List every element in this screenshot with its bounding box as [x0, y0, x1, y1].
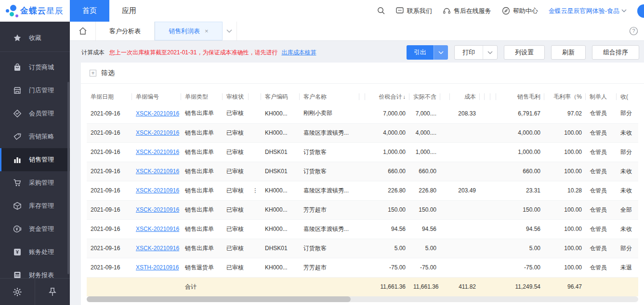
cell-sep5 [490, 181, 496, 200]
col-header-margin[interactable]: 毛利率（% [544, 89, 586, 104]
filter-expand-icon[interactable]: + [90, 70, 96, 76]
bill-number-link[interactable]: XSCK-20210916 [136, 226, 179, 232]
table-row[interactable]: 2021-09-16XSCK-20210916销售出库单已审核KH000...嘉… [87, 123, 638, 142]
total-sep2 [440, 277, 450, 296]
bill-number-link[interactable]: XSCK-20210916 [136, 206, 179, 213]
col-header-total[interactable]: 价税合计↓ [365, 89, 409, 104]
combo-sort-button[interactable]: 组合排序 [592, 45, 639, 60]
tab-list-dropdown[interactable] [223, 22, 237, 40]
bill-number-link[interactable]: XSCK-20210916 [136, 129, 179, 136]
cell-sep5 [490, 239, 496, 258]
cell-actual: 226.80 [409, 181, 440, 200]
table-row[interactable]: 2021-09-16XSCK-20210916销售出库单已审核DHSK01订货散… [87, 239, 638, 258]
cell-type: 销售出库单 [181, 123, 223, 142]
horizontal-scrollbar[interactable] [87, 296, 638, 302]
sort-desc-icon[interactable]: ↓ [403, 94, 406, 100]
cube-icon [13, 202, 22, 210]
after-sales-service-link[interactable]: 售后在线服务 [443, 7, 491, 15]
notice-prefix: 计算成本 [81, 49, 105, 57]
table-row[interactable]: 2021-09-16XSCK-20210916销售出库单已审核KH000...嘉… [87, 219, 638, 239]
tab-home-button[interactable] [70, 22, 96, 40]
col-header-profit[interactable]: 销售毛利 [496, 89, 544, 104]
cell-sep1 [359, 104, 365, 123]
cell-profit: 23.31 [496, 181, 544, 200]
sidebar-item-purchase-mgmt[interactable]: 采购管理 [0, 171, 70, 194]
col-header-status[interactable]: 审核状 [223, 89, 249, 104]
cell-date: 2021-09-16 [87, 200, 132, 219]
bill-number-link[interactable]: XSCK-20210916 [136, 110, 179, 117]
sidebar-item-marketing[interactable]: 营销策略 [0, 125, 70, 148]
print-dropdown-icon[interactable] [483, 46, 497, 59]
col-header-creator[interactable]: 制单人 [586, 89, 617, 104]
col-header-code[interactable]: 客户编码 [261, 89, 300, 104]
cell-sep4 [485, 258, 490, 277]
sidebar-item-favorites[interactable]: 收藏 [0, 25, 70, 51]
sidebar: 收藏 订货商城 门店管理 会员管理 营销策略 销售管理 采购管理 库 [0, 22, 70, 305]
export-split-button[interactable]: 引出 [407, 45, 448, 60]
col-header-type[interactable]: 单据类型 [181, 89, 223, 104]
table-row[interactable]: 2021-09-16XSTH-20210916销售退货单已审核KH000...芳… [87, 258, 638, 277]
pin-icon[interactable] [35, 279, 70, 305]
table-row[interactable]: 2021-09-16XSCK-20210916销售出库单已审核⋮KH000...… [87, 181, 638, 200]
print-button[interactable]: 打印 [455, 46, 483, 59]
table-row[interactable]: 2021-09-16XSCK-20210916销售出库单已审核KH000...刚… [87, 104, 638, 123]
sidebar-item-accounting[interactable]: 账务处理 [0, 241, 70, 264]
export-dropdown-icon[interactable] [434, 45, 448, 60]
cell-sep1 [359, 200, 365, 219]
app-window: 金蝶云星辰 首页 应用 联系我们 售后在线服务 帮助中心 金蝶云星辰官网体验-食… [0, 0, 644, 305]
bill-number-link[interactable]: XSTH-20210916 [136, 264, 179, 271]
col-header-name[interactable]: 客户名称 [300, 89, 359, 104]
cell-status: 已审核 [223, 181, 249, 200]
bill-number-link[interactable]: XSCK-20210916 [136, 187, 179, 194]
cell-cost: 208.33 [450, 104, 480, 123]
cell-code: DHSK01 [261, 239, 300, 258]
tab-sales-profit[interactable]: 销售利润表 × [155, 22, 223, 40]
bar-chart-icon [13, 155, 22, 164]
bill-number-link[interactable]: XSCK-20210916 [136, 168, 179, 175]
col-header-recv[interactable]: 收( [617, 89, 638, 104]
sidebar-item-store-mgmt[interactable]: 门店管理 [0, 79, 70, 102]
tab-close-icon[interactable]: × [205, 27, 209, 35]
cell-date: 2021-09-16 [87, 162, 132, 181]
sidebar-item-member-mgmt[interactable]: 会员管理 [0, 102, 70, 125]
col-header-sep3 [480, 89, 485, 104]
scrollbar-thumb[interactable] [87, 296, 351, 302]
cell-type: 销售出库单 [181, 162, 223, 181]
export-button[interactable]: 引出 [407, 45, 434, 60]
cell-sep2 [440, 239, 450, 258]
settings-gear-icon[interactable] [0, 279, 35, 305]
col-header-actual[interactable]: 实际不含 [409, 89, 440, 104]
contact-us-link[interactable]: 联系我们 [396, 7, 432, 15]
account-menu[interactable]: 金蝶云星辰官网体验-食品 [549, 7, 627, 15]
outbound-cost-accounting-link[interactable]: 出库成本核算 [281, 49, 316, 57]
page-help-button[interactable]: ? [623, 22, 644, 40]
search-icon[interactable] [377, 7, 385, 15]
cell-sep3 [480, 104, 485, 123]
sidebar-item-sales-mgmt[interactable]: 销售管理 [0, 148, 70, 171]
cell-sep2 [440, 200, 450, 219]
column-settings-button[interactable]: 列设置 [504, 45, 545, 60]
cell-margin: 100.00 [544, 162, 586, 181]
avatar[interactable] [637, 4, 644, 18]
help-center-link[interactable]: 帮助中心 [502, 7, 538, 15]
refresh-button[interactable]: 刷新 [551, 45, 586, 60]
tab-customer-analysis[interactable]: 客户分析表 [96, 22, 155, 40]
nav-home[interactable]: 首页 [70, 0, 109, 22]
sidebar-item-order-mall[interactable]: 订货商城 [0, 56, 70, 79]
sidebar-item-funds-mgmt[interactable]: 资金管理 [0, 217, 70, 241]
sidebar-item-inventory-mgmt[interactable]: 库存管理 [0, 194, 70, 217]
col-header-no[interactable]: 单据编号 [132, 89, 181, 104]
col-header-cost[interactable]: 成本 [450, 89, 480, 104]
table-row[interactable]: 2021-09-16XSCK-20210916销售出库单已审核DHSK01订货散… [87, 142, 638, 162]
bill-number-link[interactable]: XSCK-20210916 [136, 245, 179, 252]
bill-number-link[interactable]: XSCK-20210916 [136, 149, 179, 155]
total-status [223, 277, 249, 296]
cell-dots [249, 258, 261, 277]
sidebar-scrollbar[interactable] [67, 82, 69, 274]
filter-label[interactable]: 筛选 [101, 69, 115, 77]
nav-apps[interactable]: 应用 [109, 0, 149, 22]
print-split-button[interactable]: 打印 [454, 45, 498, 60]
table-row[interactable]: 2021-09-16XSCK-20210916销售出库单已审核KH000...芳… [87, 200, 638, 219]
col-header-date[interactable]: 单据日期 [87, 89, 132, 104]
table-row[interactable]: 2021-09-16XSCK-20210916销售出库单已审核DHSK01订货散… [87, 162, 638, 181]
